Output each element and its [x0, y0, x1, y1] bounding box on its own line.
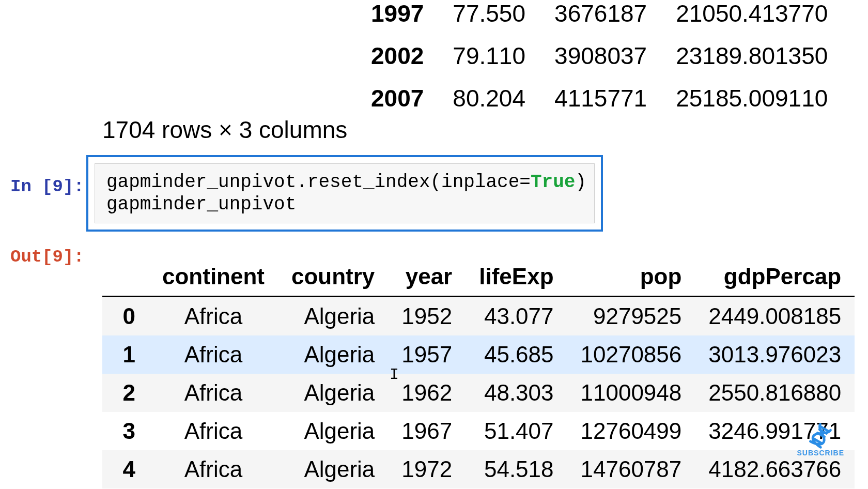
cell-gdppercap: 2449.008185 [695, 297, 855, 336]
dna-helix-icon [804, 420, 837, 452]
cell-continent: Africa [149, 412, 278, 450]
cell-pop: 11000948 [567, 374, 695, 412]
input-prompt: In [9]: [10, 177, 84, 196]
output-prompt: Out[9]: [10, 247, 84, 267]
cell-year: 1967 [388, 412, 466, 450]
cell-country: Algeria [278, 374, 388, 412]
code-cell[interactable]: gapminder_unpivot.reset_index(inplace=Tr… [86, 155, 603, 232]
cell-lifeexp: 77.550 [438, 0, 540, 35]
cell-year: 1972 [388, 450, 466, 488]
cell-gdppercap: 3013.976023 [695, 335, 855, 374]
col-gdppercap: gdpPercap [695, 257, 855, 297]
cell-gdp: 25185.009110 [661, 77, 842, 119]
cell-continent: Africa [149, 335, 278, 374]
table-row: 1997 77.550 3676187 21050.413770 [357, 0, 842, 35]
cell-index: 4 [102, 450, 149, 488]
text-cursor-icon: I [390, 366, 399, 384]
cell-continent: Africa [149, 297, 278, 336]
subscribe-badge[interactable]: SUBSCRIBE [797, 424, 844, 457]
cell-year: 2002 [357, 35, 438, 77]
col-year: year [388, 257, 466, 297]
cell-lifeexp: 80.204 [438, 77, 540, 119]
table-row: 4 Africa Algeria 1972 54.518 14760787 41… [102, 450, 855, 488]
cell-pop: 14760787 [567, 450, 695, 488]
cell-country: Algeria [278, 412, 388, 450]
col-lifeexp: lifeExp [466, 257, 567, 297]
cell-lifeexp: 54.518 [466, 450, 567, 488]
code-editor[interactable]: gapminder_unpivot.reset_index(inplace=Tr… [95, 163, 595, 223]
cell-continent: Africa [149, 450, 278, 488]
code-text: gapminder_unpivot.reset_index(inplace= [106, 172, 531, 193]
code-keyword: True [531, 172, 575, 193]
cell-pop: 3908037 [540, 35, 661, 77]
table-row: 3 Africa Algeria 1967 51.407 12760499 32… [102, 412, 855, 450]
cell-year: 2007 [357, 77, 438, 119]
cell-gdp: 21050.413770 [661, 0, 842, 35]
cell-year: 1957 [388, 335, 466, 374]
cell-pop: 4115771 [540, 77, 661, 119]
cell-country: Algeria [278, 297, 388, 336]
cell-lifeexp: 45.685 [466, 335, 567, 374]
code-text: gapminder_unpivot [106, 194, 296, 215]
subscribe-label: SUBSCRIBE [797, 449, 844, 457]
cell-pop: 9279525 [567, 297, 695, 336]
col-index [102, 257, 149, 297]
cell-country: Algeria [278, 450, 388, 488]
cell-index: 2 [102, 374, 149, 412]
cell-index: 0 [102, 297, 149, 336]
cell-index: 1 [102, 335, 149, 374]
cell-year: 1997 [357, 0, 438, 35]
output-dataframe-table: continent country year lifeExp pop gdpPe… [102, 257, 855, 488]
cell-lifeexp: 51.407 [466, 412, 567, 450]
col-pop: pop [567, 257, 695, 297]
cell-lifeexp: 43.077 [466, 297, 567, 336]
table-row: 1 Africa Algeria 1957 45.685 10270856 30… [102, 335, 855, 374]
prior-output-partial-table: 1997 77.550 3676187 21050.413770 2002 79… [357, 0, 842, 119]
dataframe-shape-summary: 1704 rows × 3 columns [102, 116, 347, 144]
cell-index: 3 [102, 412, 149, 450]
cell-pop: 10270856 [567, 335, 695, 374]
cell-continent: Africa [149, 374, 278, 412]
cell-gdppercap: 2550.816880 [695, 374, 855, 412]
table-row: 0 Africa Algeria 1952 43.077 9279525 244… [102, 297, 855, 336]
cell-gdp: 23189.801350 [661, 35, 842, 77]
col-continent: continent [149, 257, 278, 297]
table-header-row: continent country year lifeExp pop gdpPe… [102, 257, 855, 297]
cell-pop: 3676187 [540, 0, 661, 35]
cell-year: 1952 [388, 297, 466, 336]
cell-pop: 12760499 [567, 412, 695, 450]
cell-country: Algeria [278, 335, 388, 374]
cell-lifeexp: 48.303 [466, 374, 567, 412]
table-row: 2 Africa Algeria 1962 48.303 11000948 25… [102, 374, 855, 412]
cell-lifeexp: 79.110 [438, 35, 540, 77]
table-row: 2002 79.110 3908037 23189.801350 [357, 35, 842, 77]
col-country: country [278, 257, 388, 297]
code-text: ) [575, 172, 586, 193]
cell-year: 1962 [388, 374, 466, 412]
table-row: 2007 80.204 4115771 25185.009110 [357, 77, 842, 119]
